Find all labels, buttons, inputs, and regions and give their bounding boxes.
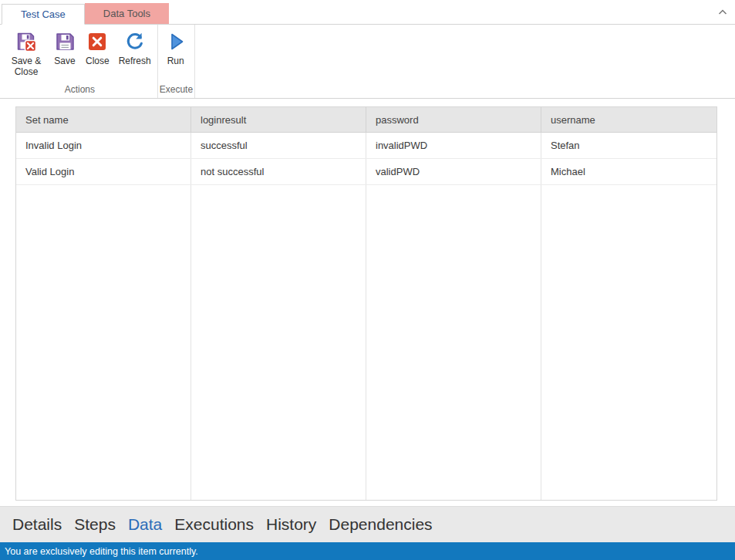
- button-label: Save: [54, 56, 75, 66]
- save-button[interactable]: Save: [49, 27, 81, 68]
- column-header-loginresult[interactable]: loginresult: [191, 107, 366, 132]
- collapse-ribbon-button[interactable]: [716, 6, 729, 17]
- table-empty-area: [16, 185, 716, 500]
- table-cell[interactable]: Stefan: [541, 133, 716, 158]
- empty-column: [541, 185, 716, 500]
- save-icon: [53, 30, 76, 53]
- table-cell[interactable]: not successful: [191, 159, 366, 184]
- empty-column: [16, 185, 191, 500]
- button-label: Refresh: [119, 56, 151, 66]
- column-header-password[interactable]: password: [366, 107, 541, 132]
- chevron-up-icon: [718, 5, 727, 19]
- section-tab-bar: Details Steps Data Executions History De…: [0, 506, 735, 542]
- empty-column: [366, 185, 541, 500]
- save-close-icon: [15, 30, 38, 53]
- ribbon: Save & Close Save: [0, 24, 735, 99]
- data-table: Set name loginresult password username I…: [15, 106, 717, 501]
- ribbon-tab-strip: Test Case Data Tools: [0, 0, 735, 24]
- table-row[interactable]: Invalid Login successful invalidPWD Stef…: [16, 133, 716, 159]
- tab-executions[interactable]: Executions: [168, 515, 260, 534]
- tab-data[interactable]: Data: [122, 515, 168, 534]
- column-header-username[interactable]: username: [541, 107, 716, 132]
- status-message: You are exclusively editing this item cu…: [5, 546, 198, 557]
- app-window: Test Case Data Tools: [0, 0, 735, 560]
- empty-column: [191, 185, 366, 500]
- group-label-actions: Actions: [4, 83, 156, 98]
- run-button[interactable]: Run: [160, 27, 192, 68]
- table-cell[interactable]: validPWD: [366, 159, 541, 184]
- close-button[interactable]: Close: [81, 27, 114, 68]
- tab-steps[interactable]: Steps: [68, 515, 122, 534]
- button-label: Run: [167, 56, 184, 66]
- button-label: Save & Close: [8, 56, 44, 78]
- main-content: Set name loginresult password username I…: [0, 99, 735, 506]
- table-cell[interactable]: Valid Login: [16, 159, 191, 184]
- button-label: Close: [86, 56, 110, 66]
- ribbon-group-actions: Save & Close Save: [2, 25, 158, 98]
- tab-history[interactable]: History: [260, 515, 322, 534]
- ribbon-group-execute: Run Execute: [158, 25, 195, 98]
- status-bar: You are exclusively editing this item cu…: [0, 542, 735, 560]
- refresh-icon: [123, 30, 147, 53]
- tab-dependencies[interactable]: Dependencies: [322, 515, 438, 534]
- table-cell[interactable]: successful: [191, 133, 366, 158]
- save-and-close-button[interactable]: Save & Close: [4, 27, 49, 79]
- tab-details[interactable]: Details: [6, 515, 68, 534]
- close-icon: [86, 30, 109, 53]
- table-row[interactable]: Valid Login not successful validPWD Mich…: [16, 159, 716, 185]
- table-header-row: Set name loginresult password username: [16, 107, 716, 133]
- run-icon: [164, 30, 187, 53]
- table-cell[interactable]: Michael: [541, 159, 716, 184]
- column-header-set-name[interactable]: Set name: [16, 107, 191, 132]
- ribbon-tab-data-tools[interactable]: Data Tools: [85, 3, 169, 24]
- refresh-button[interactable]: Refresh: [114, 27, 156, 68]
- table-cell[interactable]: Invalid Login: [16, 133, 191, 158]
- group-label-execute: Execute: [160, 83, 193, 98]
- table-cell[interactable]: invalidPWD: [366, 133, 541, 158]
- ribbon-tab-test-case[interactable]: Test Case: [2, 4, 85, 25]
